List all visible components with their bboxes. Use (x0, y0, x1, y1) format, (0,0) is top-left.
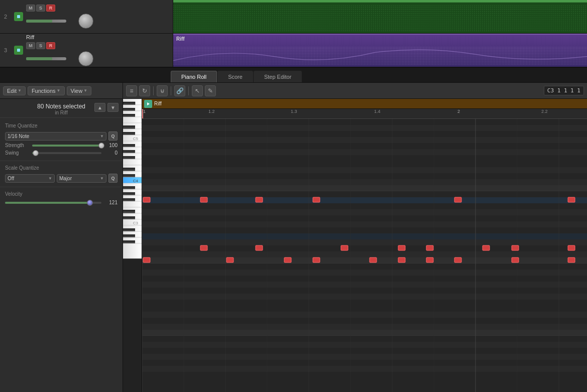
svg-rect-121 (341, 245, 348, 250)
svg-rect-128 (426, 245, 433, 250)
notes-up-btn[interactable]: ▲ (94, 103, 105, 112)
svg-rect-129 (512, 245, 519, 250)
piano-keys[interactable]: C5 C4 (123, 99, 142, 392)
position-display: C3 1 1 1 1 (544, 86, 584, 95)
edit-button[interactable]: Edit ▼ (3, 86, 26, 95)
track-solo-btn-2[interactable]: S (36, 5, 45, 12)
track-volume-slider-3[interactable] (26, 57, 66, 60)
svg-rect-85 (142, 270, 587, 276)
svg-rect-56 (142, 119, 587, 125)
svg-rect-119 (284, 257, 291, 263)
svg-rect-80 (142, 257, 587, 264)
svg-rect-97 (142, 336, 587, 342)
tab-score[interactable]: Score (217, 71, 253, 82)
svg-rect-74 (142, 221, 587, 227)
svg-rect-66 (142, 179, 587, 185)
view-button[interactable]: View ▼ (67, 86, 92, 95)
playhead (142, 109, 143, 118)
track-mute-btn-3[interactable]: M (26, 42, 35, 49)
loop-icon-btn[interactable]: ↻ (139, 85, 150, 96)
velocity-section: Velocity 121 (0, 187, 123, 392)
swing-label: Swing (5, 150, 30, 156)
notes-down-btn[interactable]: ▼ (107, 103, 119, 112)
time-quantize-select[interactable]: 1/16 Note ▼ (5, 132, 106, 141)
svg-rect-126 (483, 245, 490, 250)
track-volume-area-3 (26, 51, 169, 66)
functions-button[interactable]: Functions ▼ (28, 86, 65, 95)
left-panel: Edit ▼ Functions ▼ View ▼ 80 Notes selec… (0, 83, 123, 392)
track-lane-3[interactable]: Riff (173, 34, 587, 67)
svg-rect-135 (313, 257, 320, 263)
track-volume-slider-2[interactable] (26, 20, 66, 23)
scale-quantize-section: Scale Quantize Off ▼ Major ▼ Q (0, 161, 123, 187)
svg-rect-134 (398, 257, 405, 263)
pencil-icon-btn[interactable]: ✎ (205, 85, 216, 96)
track-mute-btn-2[interactable]: M (26, 5, 35, 12)
track-icon-2[interactable] (14, 12, 23, 21)
strength-label: Strength (5, 143, 30, 148)
list-icon-btn[interactable]: ≡ (126, 85, 137, 96)
scale-q-btn[interactable]: Q (108, 174, 118, 183)
strength-slider[interactable] (32, 145, 101, 147)
region-header: Riff (142, 99, 587, 109)
svg-rect-73 (142, 215, 587, 221)
swing-slider[interactable] (32, 152, 101, 154)
svg-rect-101 (142, 360, 587, 366)
track-rec-btn-3[interactable]: R (46, 42, 55, 49)
scale-off-select[interactable]: Off ▼ (5, 174, 55, 183)
track-rec-btn-2[interactable]: R (46, 5, 55, 12)
svg-rect-91 (142, 306, 587, 312)
scale-major-arrow: ▼ (100, 176, 104, 181)
svg-rect-131 (568, 245, 575, 250)
time-quantize-q-btn[interactable]: Q (108, 132, 118, 141)
link-icon-btn[interactable]: 🔗 (174, 85, 185, 96)
svg-rect-67 (142, 185, 587, 191)
filter-icon-btn[interactable]: ⊌ (157, 85, 168, 96)
svg-rect-4 (173, 5, 587, 32)
svg-rect-99 (142, 348, 587, 354)
ruler-1-4: 1.4 (374, 109, 381, 114)
track-icon-3[interactable] (14, 46, 23, 55)
svg-text:C5: C5 (133, 137, 139, 141)
grid-scroll[interactable]: Riff 1 1.2 1.3 1.4 2 2.2 (142, 99, 587, 392)
svg-rect-1 (17, 49, 20, 52)
svg-rect-133 (143, 257, 150, 263)
track-solo-btn-3[interactable]: S (36, 42, 45, 49)
svg-rect-89 (142, 294, 587, 300)
time-quantize-row: 1/16 Note ▼ Q (5, 132, 118, 141)
svg-rect-88 (142, 288, 587, 294)
edit-dropdown-arrow: ▼ (18, 88, 22, 93)
functions-dropdown-arrow: ▼ (57, 88, 61, 93)
svg-rect-63 (142, 161, 587, 167)
arrow-icon-btn[interactable]: ↖ (192, 85, 203, 96)
track-buttons-2: M S R (26, 5, 169, 12)
track-lane-2[interactable]: // decorative waveform - represented as … (173, 0, 587, 34)
track-row-3: 3 Riff M S R (0, 34, 173, 67)
svg-rect-132 (568, 257, 575, 263)
tab-piano-roll[interactable]: Piano Roll (171, 71, 217, 82)
svg-rect-61 (142, 149, 587, 155)
svg-rect-115 (143, 197, 150, 202)
track-content-area: // decorative waveform - represented as … (173, 0, 587, 67)
track-volume-area-2 (26, 14, 169, 29)
svg-rect-78 (142, 245, 587, 251)
scale-quantize-label: Scale Quantize (5, 165, 118, 171)
strength-value: 100 (103, 143, 118, 148)
svg-rect-117 (226, 257, 233, 263)
swing-row: Swing 0 (5, 150, 118, 156)
region-name: Riff (154, 101, 162, 106)
time-quantize-arrow: ▼ (100, 134, 104, 139)
notes-controls: ▲ ▼ (94, 103, 119, 112)
svg-rect-122 (370, 257, 377, 263)
view-dropdown-arrow: ▼ (83, 88, 87, 93)
scale-major-select[interactable]: Major ▼ (57, 174, 106, 183)
scale-row: Off ▼ Major ▼ Q (5, 174, 118, 183)
velocity-slider[interactable] (5, 202, 101, 204)
note-grid[interactable] (142, 119, 587, 392)
track-pan-knob-2[interactable] (78, 14, 93, 29)
track-pan-knob-3[interactable] (78, 51, 93, 66)
svg-rect-59 (142, 137, 587, 143)
svg-rect-54 (123, 243, 142, 258)
tab-step-editor[interactable]: Step Editor (254, 71, 302, 82)
tracks-area: 2 M S R 3 (0, 0, 587, 68)
